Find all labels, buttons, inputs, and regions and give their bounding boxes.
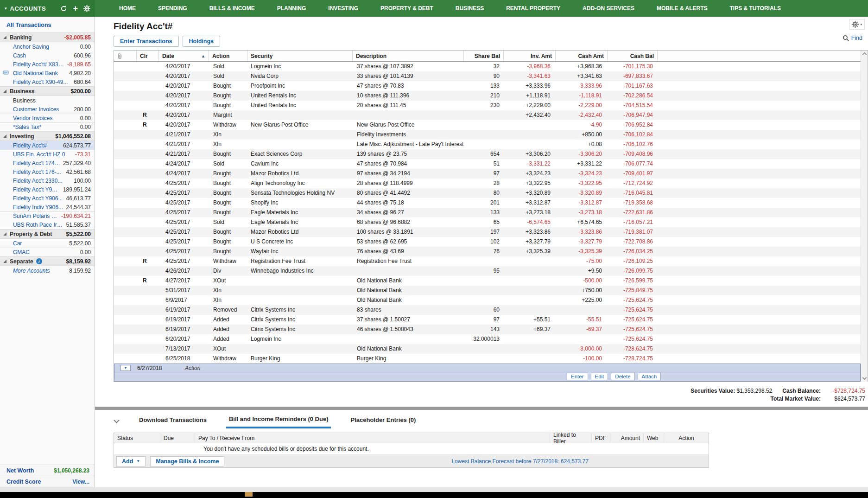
section-expand-icon[interactable] [3,134,6,138]
sidebar-item-fidelity-indiv-y906[interactable]: Fidelity Indiv Y906...24,544.37 [0,203,95,211]
collapse-panel-icon[interactable] [114,417,120,423]
register-row[interactable]: 6/20/2017AddedLogmein Inc32.000013-725,6… [114,334,861,344]
nav-item-planning[interactable]: PLANNING [277,5,306,12]
register-row[interactable]: R4/20/2017MargInt+2,432.40-2,432.40-706,… [114,110,861,120]
sidebar-item-vendor-invoices[interactable]: Vendor Invoices0.00 [0,114,95,122]
sidebar-item-fidelity-acc-t[interactable]: Fidelity Acc't#624,573.77 [0,141,95,150]
sidebar-section-business[interactable]: Business$200.00 [0,86,95,96]
register-row[interactable]: R4/27/2017XOutOld National Bank-500.00-7… [114,276,861,286]
sidebar-item-gmac[interactable]: GMAC0.00 [0,248,95,256]
accounts-gear-icon[interactable] [83,5,90,12]
reminders-column-web[interactable]: Web [644,433,664,443]
register-row[interactable]: 4/20/2017SoldNvida Corp33 shares @ 101.4… [114,71,861,81]
section-expand-icon[interactable] [3,36,6,39]
nav-item-bills-income[interactable]: BILLS & INCOME [209,5,255,12]
holdings-button[interactable]: Holdings [183,36,220,47]
sidebar-item-fidelity-acc-t-176[interactable]: Fidelity Acc't 176-...42,561.68 [0,167,95,176]
scroll-down-icon[interactable] [862,376,867,380]
register-row[interactable]: 4/21/2017BoughtExact Sciences Corp139 sh… [114,149,861,159]
register-row[interactable]: 4/25/2017BoughtWayfair Inc76 shares @ 43… [114,247,861,256]
new-transaction-entry[interactable]: ▼ 6/27/2018 Action EnterEditDeleteAttach [114,364,861,382]
register-row[interactable]: 6/19/2017RemovedCitrix Systems Inc83 sha… [114,305,861,315]
sidebar-item-car[interactable]: Car5,522.00 [0,239,95,248]
nav-item-add-on-services[interactable]: ADD-ON SERVICES [583,5,634,12]
register-row[interactable]: 6/25/2018WithdrawBurger KingBurger King-… [114,354,861,364]
scroll-up-icon[interactable] [862,52,867,57]
account-actions-gear[interactable]: ▾ [849,19,865,30]
column-header-date[interactable]: Date▲ [159,51,209,61]
nav-item-home[interactable]: HOME [119,5,136,12]
manage-bills-button[interactable]: Manage Bills & Income [150,456,224,466]
column-header-clr[interactable]: Clr [137,51,159,61]
column-header-share-bal[interactable]: Share Bal [464,51,504,61]
register-row[interactable]: 4/21/2017XInFidelity Investments+850.00-… [114,130,861,140]
register-row[interactable]: 5/31/2017XInOld National Bank+750.00-725… [114,286,861,295]
find-control[interactable]: Find [843,35,862,41]
nav-item-investing[interactable]: INVESTING [328,5,358,12]
sidebar-item-business[interactable]: Business [0,96,95,105]
column-header-cash-amt[interactable]: Cash Amt [556,51,608,61]
nav-item-spending[interactable]: SPENDING [158,5,187,12]
register-row[interactable]: 4/25/2017BoughtU S Concrete Inc53 shares… [114,237,861,247]
column-header-cash-bal[interactable]: Cash Bal [608,51,658,61]
sidebar-item-old-national-bank[interactable]: Old National Bank4,902.20 [0,69,95,77]
register-row[interactable]: 4/20/2017SoldLogmein Inc37 shares @ 107.… [114,62,861,71]
sidebar-item-fidelity-acc-t-y906[interactable]: Fidelity Acc't Y906...189,951.24 [0,185,95,194]
sidebar-section-property-debt[interactable]: Property & Debt$5,522.00 [0,229,95,239]
sort-ascending-icon[interactable]: ▲ [198,54,205,58]
panel-splitter[interactable] [95,407,868,410]
reminders-column-action[interactable]: Action [664,433,709,443]
enter-transactions-button[interactable]: Enter Transactions [114,36,179,47]
register-row[interactable]: 4/26/2017DivWinnebago Industries Inc95+9… [114,266,861,276]
register-row[interactable]: R4/25/2017WithdrawRegistration Fee Trust… [114,256,861,266]
register-row[interactable]: 4/21/2017XInLate Misc. Adjkustment - Lat… [114,140,861,149]
section-expand-icon[interactable] [3,260,6,263]
sidebar-section-banking[interactable]: Banking-$2,005.85 [0,32,95,42]
sidebar-item-fidelity-acc-t-174[interactable]: Fidelity Acc't 174-...257,329.40 [0,159,95,167]
attach-button[interactable]: Attach [638,373,661,380]
net-worth-row[interactable]: Net Worth $1,050,268.23 [0,465,95,476]
sidebar-item-fidelity-acc-t-x83-0[interactable]: Fidelity Acc't# X83-0...-8,189.65 [0,60,95,69]
column-header-action[interactable]: Action [209,51,247,61]
register-row[interactable]: 4/25/2017SoldEagle Materials Inc68 share… [114,217,861,227]
register-row[interactable]: 4/20/2017BoughtProofpoint Inc47 shares @… [114,81,861,91]
reminders-column-status[interactable]: Status [114,433,160,443]
register-row[interactable]: 4/25/2017BoughtAlign Techonology Inc28 s… [114,179,861,188]
register-row[interactable]: 6/19/2017AddedCitrix Systems Inc37 share… [114,315,861,325]
sidebar-section-separate[interactable]: Separatei$8,159.92 [0,256,95,266]
sidebar-item-anchor-saving[interactable]: Anchor Saving0.00 [0,42,95,51]
add-account-icon[interactable]: + [73,4,78,13]
clr-dropdown[interactable]: ▼ [120,365,131,371]
sidebar-item-all-transactions[interactable]: All Transactions [0,17,95,32]
accounts-collapse-caret-icon[interactable]: ▾ [5,6,7,11]
register-row[interactable]: 4/25/2017BoughtShopify Inc44 shares @ 75… [114,198,861,208]
sidebar-item-fidelity-acc-t-2330[interactable]: Fidelity Acc't 2330...100.00 [0,176,95,185]
reminders-column-amount[interactable]: Amount [610,433,644,443]
entry-action-field[interactable]: Action [181,365,219,371]
reminders-column-pay-to-receive-from[interactable]: Pay To / Receive From [195,433,550,443]
sidebar-item-fidelity-acc-t-x90-49[interactable]: Fidelity Acc't X90-49...680.64 [0,77,95,86]
reminders-column-due[interactable]: Due [160,433,195,443]
credit-score-row[interactable]: Credit Score View... [0,476,95,487]
tab-placeholder-entries-0[interactable]: Placeholder Entries (0) [348,415,418,428]
column-header-security[interactable]: Security [247,51,353,61]
enter-button[interactable]: Enter [567,373,588,380]
section-expand-icon[interactable] [3,232,6,236]
sidebar-section-investing[interactable]: Investing$1,046,552.08 [0,131,95,141]
edit-button[interactable]: Edit [591,373,608,380]
register-row[interactable]: 4/24/2017BoughtMazor Robotics Ltd97 shar… [114,169,861,179]
sidebar-item-sunam-polaris-ii-p[interactable]: SunAm Polaris II P...-190,634.21 [0,211,95,220]
section-expand-icon[interactable] [3,89,6,93]
sidebar-item-cash[interactable]: Cash600.96 [0,51,95,60]
info-icon[interactable]: i [36,258,42,264]
column-header-description[interactable]: Description [353,51,464,61]
sidebar-item-fidelity-acc-t-y906[interactable]: Fidelity Acc't Y906...46,613.77 [0,194,95,203]
register-row[interactable]: 4/20/2017BoughtUnited Rentals Inc20 shar… [114,101,861,110]
register-row[interactable]: 4/25/2017BoughtSensata Technologies Hold… [114,188,861,198]
tab-download-transactions[interactable]: Download Transactions [136,415,209,428]
register-row[interactable]: 4/25/2017BoughtEagle Materials Inc34 sha… [114,208,861,217]
sidebar-item-more-accounts[interactable]: More Accounts8,159.92 [0,266,95,275]
entry-date-field[interactable]: 6/27/2018 [131,365,181,371]
register-row[interactable]: 6/19/2017AddedCitrix Systems Inc46 share… [114,325,861,334]
accounts-header[interactable]: ▾ ACCOUNTS + [0,0,95,17]
